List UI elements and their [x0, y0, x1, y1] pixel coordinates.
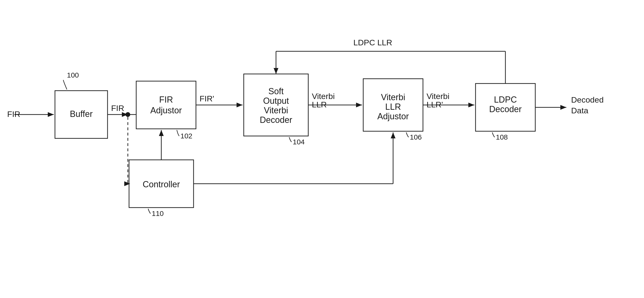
fir-adjustor-label1: FIR	[159, 95, 173, 105]
viterbi-llr-label2: LLR	[312, 100, 327, 109]
viterbi-adj-label3: Adjustor	[377, 111, 409, 121]
fir-input-label: FIR	[7, 110, 20, 119]
viterbi-llr-prime-label: Viterbi	[426, 92, 450, 101]
viterbi-adj-label2: LLR	[385, 102, 401, 112]
sovd-label1: Soft	[268, 86, 284, 96]
ref-106: 106	[410, 133, 422, 141]
buffer-label: Buffer	[70, 109, 92, 119]
ref-100: 100	[67, 71, 79, 79]
sovd-label3: Viterbi	[264, 106, 288, 115]
ref-102: 102	[180, 132, 192, 140]
decoded-data-label2: Data	[571, 106, 588, 115]
controller-label: Controller	[143, 179, 180, 189]
viterbi-adj-label1: Viterbi	[381, 92, 405, 102]
decoded-data-label1: Decoded	[571, 95, 604, 104]
block-diagram: LDPC LLR FIR Buffer 100 FIR FIR Adjustor…	[0, 0, 644, 298]
diagram-container: LDPC LLR FIR Buffer 100 FIR FIR Adjustor…	[0, 0, 644, 298]
fir-mid-label: FIR	[111, 104, 124, 113]
ref-104: 104	[293, 138, 305, 146]
ref-110: 110	[152, 209, 164, 217]
ldpc-label1: LDPC	[494, 95, 517, 105]
svg-rect-0	[0, 0, 644, 298]
fir-prime-label: FIR'	[200, 94, 214, 103]
fir-adjustor-label2: Adjustor	[150, 106, 182, 115]
ref-108: 108	[496, 133, 508, 141]
viterbi-llr-prime-label2: LLR'	[426, 100, 443, 109]
ldpc-label2: Decoder	[489, 104, 522, 114]
fir-adjustor-block	[136, 81, 196, 129]
sovd-label4: Decoder	[260, 115, 292, 125]
sovd-label2: Output	[263, 96, 289, 106]
viterbi-llr-label: Viterbi	[312, 92, 335, 101]
ldpc-llr-label: LDPC LLR	[354, 38, 392, 47]
